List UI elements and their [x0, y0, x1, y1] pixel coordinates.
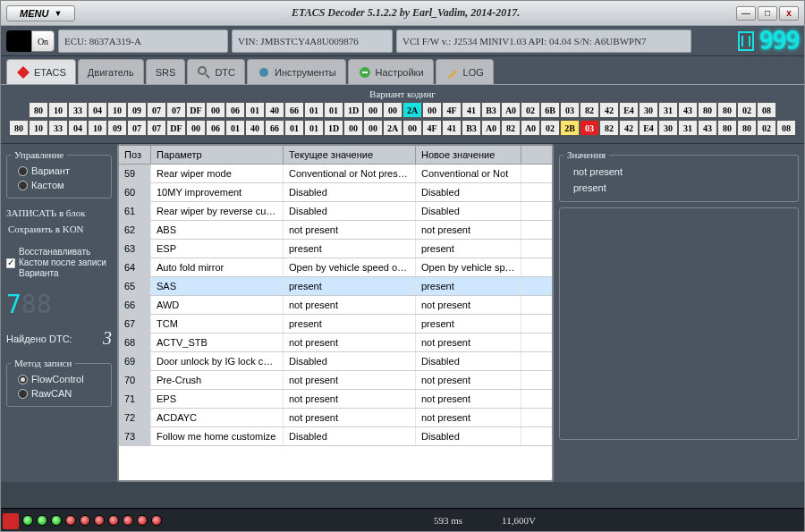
grid-body[interactable]: 59Rear wiper modeConventional or Not pre…	[119, 165, 552, 480]
table-row[interactable]: 66AWDnot presentnot present	[119, 296, 552, 315]
hex-byte[interactable]: 01	[304, 102, 324, 118]
table-row[interactable]: 69Door unlock by IG lock customiDisabled…	[119, 352, 552, 371]
hex-byte[interactable]: 00	[363, 120, 383, 136]
table-row[interactable]: 61Rear wiper by reverse customDisabledDi…	[119, 202, 552, 221]
table-row[interactable]: 65SASpresentpresent	[119, 277, 552, 296]
save-select-label[interactable]: Сохранить в KON	[6, 222, 112, 236]
table-row[interactable]: 59Rear wiper modeConventional or Not pre…	[119, 165, 552, 183]
hex-byte[interactable]: B3	[481, 102, 501, 118]
hex-byte[interactable]: 07	[127, 120, 147, 136]
hex-byte[interactable]: 06	[206, 120, 225, 136]
hex-byte[interactable]: 42	[619, 120, 639, 136]
table-row[interactable]: 62ABSnot presentnot present	[119, 221, 552, 240]
hex-byte[interactable]: 00	[186, 120, 206, 136]
hex-byte[interactable]: 04	[68, 120, 88, 136]
hex-byte[interactable]: 03	[580, 120, 599, 136]
table-row[interactable]: 67TCMpresentpresent	[119, 315, 552, 334]
hex-byte[interactable]: 00	[206, 102, 225, 118]
hex-byte[interactable]: 43	[698, 120, 717, 136]
hex-byte[interactable]: B3	[462, 120, 481, 136]
hex-byte[interactable]: 80	[737, 120, 757, 136]
hex-byte[interactable]: 04	[88, 102, 107, 118]
hex-byte[interactable]: 80	[717, 102, 737, 118]
table-row[interactable]: 71EPSnot presentnot present	[119, 390, 552, 409]
restore-checkbox[interactable]: ✓ Восстанавливать Кастом после записи Ва…	[6, 245, 112, 281]
hex-byte[interactable]: 07	[147, 120, 166, 136]
hex-byte[interactable]: 02	[757, 120, 776, 136]
hex-byte[interactable]: 07	[166, 102, 186, 118]
radio-not-present[interactable]: not present	[564, 164, 794, 180]
table-row[interactable]: 68ACTV_STBnot presentnot present	[119, 334, 552, 352]
hex-byte[interactable]: DF	[186, 102, 206, 118]
close-button[interactable]: x	[779, 6, 799, 21]
table-row[interactable]: 64Auto fold mirrorOpen by vehicle speed …	[119, 258, 552, 277]
hex-byte[interactable]: 1D	[324, 120, 343, 136]
tab-двигатель[interactable]: Двигатель	[78, 59, 144, 84]
hex-byte[interactable]: 01	[324, 102, 343, 118]
hex-byte[interactable]: 41	[462, 102, 481, 118]
table-row[interactable]: 70Pre-Crushnot presentnot present	[119, 371, 552, 390]
hex-byte[interactable]: 42	[599, 102, 619, 118]
hex-byte[interactable]: 02	[540, 120, 560, 136]
tab-инструменты[interactable]: Инструменты	[247, 59, 346, 84]
hex-byte[interactable]: 00	[422, 102, 442, 118]
hex-byte[interactable]: 80	[9, 120, 29, 136]
hex-byte[interactable]: 03	[560, 102, 580, 118]
hex-byte[interactable]: 82	[501, 120, 521, 136]
radio-variant[interactable]: Вариант	[11, 164, 107, 178]
hex-byte[interactable]: 00	[343, 120, 363, 136]
hex-byte[interactable]: 40	[245, 120, 265, 136]
hex-byte[interactable]: 30	[639, 102, 658, 118]
hex-byte[interactable]: DF	[166, 120, 186, 136]
maximize-button[interactable]: □	[758, 6, 777, 21]
hex-byte[interactable]: 00	[402, 120, 422, 136]
hex-byte[interactable]: A0	[481, 120, 501, 136]
hex-byte[interactable]: A0	[501, 102, 521, 118]
tab-настройки[interactable]: Настройки	[348, 59, 434, 84]
menu-button[interactable]: MENU ▼	[6, 5, 75, 21]
hex-byte[interactable]: 2A	[402, 102, 422, 118]
hex-byte[interactable]: 07	[147, 102, 166, 118]
col-pos[interactable]: Поз	[119, 146, 151, 164]
hex-byte[interactable]: 01	[245, 102, 265, 118]
table-row[interactable]: 73Follow me home customizeDisabledDisabl…	[119, 427, 552, 446]
hex-byte[interactable]: 09	[127, 102, 147, 118]
hex-byte[interactable]: 09	[107, 120, 127, 136]
hex-byte[interactable]: 33	[68, 102, 88, 118]
hex-byte[interactable]: 66	[284, 102, 304, 118]
radio-flowcontrol[interactable]: FlowControl	[11, 372, 107, 386]
col-new[interactable]: Новое значение	[416, 146, 521, 164]
hex-byte[interactable]: 33	[48, 120, 68, 136]
hex-byte[interactable]: A0	[521, 120, 540, 136]
hex-byte[interactable]: 08	[776, 120, 796, 136]
tab-log[interactable]: LOG	[436, 59, 494, 84]
hex-byte[interactable]: 30	[658, 120, 678, 136]
radio-present[interactable]: present	[564, 180, 794, 196]
table-row[interactable]: 63ESPpresentpresent	[119, 240, 552, 258]
hex-byte[interactable]: 80	[717, 120, 737, 136]
hex-byte[interactable]: 08	[757, 102, 776, 118]
tab-dtc[interactable]: DTC	[187, 59, 245, 84]
hex-byte[interactable]: 06	[225, 102, 245, 118]
hex-byte[interactable]: 01	[304, 120, 324, 136]
hex-byte[interactable]: 66	[265, 120, 284, 136]
hex-byte[interactable]: 43	[678, 102, 698, 118]
hex-byte[interactable]: 10	[107, 102, 127, 118]
hex-byte[interactable]: E4	[619, 102, 639, 118]
minimize-button[interactable]: —	[736, 6, 756, 21]
hex-byte[interactable]: 00	[363, 102, 383, 118]
radio-rawcan[interactable]: RawCAN	[11, 386, 107, 401]
hex-byte[interactable]: 31	[658, 102, 678, 118]
hex-byte[interactable]: 80	[698, 102, 717, 118]
hex-byte[interactable]: 4F	[442, 102, 462, 118]
hex-byte[interactable]: 1D	[343, 102, 363, 118]
table-row[interactable]: 72ACDAYCnot presentnot present	[119, 409, 552, 427]
radio-custom[interactable]: Кастом	[11, 178, 107, 192]
hex-byte[interactable]: E4	[639, 120, 658, 136]
hex-byte[interactable]: 82	[580, 102, 599, 118]
hex-byte[interactable]: 00	[383, 102, 402, 118]
hex-byte[interactable]: 2B	[560, 120, 580, 136]
hex-byte[interactable]: 01	[284, 120, 304, 136]
tab-srs[interactable]: SRS	[146, 59, 186, 84]
hex-byte[interactable]: 31	[678, 120, 698, 136]
